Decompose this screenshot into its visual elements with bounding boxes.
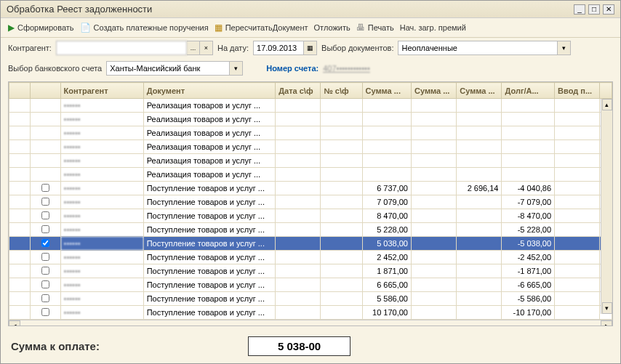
col-contractor[interactable]: Контрагент: [60, 83, 143, 99]
table-row[interactable]: ••••••Поступление товаров и услуг ...5 2…: [9, 223, 612, 237]
scroll-left-button[interactable]: ◂: [9, 320, 20, 326]
row-checkbox-cell[interactable]: [31, 237, 61, 251]
row-checkbox-cell[interactable]: [31, 195, 61, 209]
scroll-right-button[interactable]: ▸: [601, 320, 612, 326]
table-row[interactable]: ••••••Реализация товаров и услуг ...: [9, 168, 612, 182]
row-checkbox-cell[interactable]: [31, 154, 61, 168]
data-grid: Контрагент Документ Дата с\ф № с\ф Сумма…: [8, 81, 613, 326]
row-checkbox[interactable]: [41, 294, 49, 302]
table-row[interactable]: ••••••Поступление товаров и услуг ...5 5…: [9, 292, 612, 306]
row-checkbox-cell[interactable]: [31, 209, 61, 223]
minimize-button[interactable]: _: [574, 4, 585, 15]
row-debt: -4 040,86: [502, 182, 555, 195]
table-row[interactable]: ••••••Поступление товаров и услуг ...1 8…: [9, 264, 612, 278]
row-checkbox-cell[interactable]: [31, 168, 61, 182]
col-date[interactable]: Дата с\ф: [276, 83, 321, 99]
table-row[interactable]: ••••••Поступление товаров и услуг ...2 4…: [9, 251, 612, 264]
row-sum2: [411, 209, 456, 223]
table-row[interactable]: ••••••Поступление товаров и услуг ...10 …: [9, 306, 612, 320]
row-checkbox[interactable]: [41, 239, 49, 247]
table-row[interactable]: ••••••Поступление товаров и услуг ...6 6…: [9, 278, 612, 292]
row-checkbox[interactable]: [41, 253, 49, 261]
row-checkbox[interactable]: [41, 211, 49, 219]
premiums-button[interactable]: Нач. загр. премий: [400, 23, 466, 32]
row-checkbox[interactable]: [41, 267, 49, 275]
row-checkbox-cell[interactable]: [31, 306, 61, 320]
create-payments-button[interactable]: 📄 Создать платежные поручения: [80, 23, 209, 33]
row-marker: [9, 223, 31, 237]
table-row[interactable]: ••••••Реализация товаров и услуг ...: [9, 113, 612, 126]
row-input: [555, 126, 600, 140]
row-document: Поступление товаров и услуг ...: [143, 223, 276, 237]
col-check[interactable]: [31, 83, 61, 99]
bank-dropdown-button[interactable]: ▾: [230, 61, 243, 76]
date-input[interactable]: [253, 41, 304, 55]
doc-selection-dropdown-button[interactable]: ▾: [558, 41, 571, 55]
row-checkbox[interactable]: [41, 308, 49, 316]
row-sum1: 5 038,00: [362, 237, 411, 251]
row-sum2: [411, 264, 456, 278]
table-row[interactable]: ••••••Реализация товаров и услуг ...: [9, 154, 612, 168]
col-marker[interactable]: [9, 83, 31, 99]
row-sum2: [411, 292, 456, 306]
row-checkbox-cell[interactable]: [31, 251, 61, 264]
table-row[interactable]: ••••••Поступление товаров и услуг ...6 7…: [9, 182, 612, 195]
table-row[interactable]: ••••••Поступление товаров и услуг ...7 0…: [9, 195, 612, 209]
scroll-up-button[interactable]: ▴: [602, 99, 612, 110]
close-button[interactable]: ✕: [603, 4, 614, 15]
postpone-button[interactable]: Отложить: [314, 23, 350, 32]
row-document: Поступление товаров и услуг ...: [143, 264, 276, 278]
row-checkbox[interactable]: [41, 225, 49, 233]
row-sum3: [457, 154, 502, 168]
contractor-clear-button[interactable]: ×: [200, 41, 213, 55]
row-checkbox-cell[interactable]: [31, 264, 61, 278]
document-icon: 📄: [80, 23, 91, 33]
row-number: [321, 154, 362, 168]
col-document[interactable]: Документ: [143, 83, 276, 99]
col-sum1[interactable]: Сумма ...: [362, 83, 411, 99]
row-checkbox-cell[interactable]: [31, 113, 61, 126]
col-input[interactable]: Ввод п...: [555, 83, 600, 99]
table-row[interactable]: ••••••Реализация товаров и услуг ...: [9, 126, 612, 140]
account-link[interactable]: 407••••••••••••: [323, 64, 370, 73]
row-document: Реализация товаров и услуг ...: [143, 126, 276, 140]
recalc-button[interactable]: ▦ ПересчитатьДокумент: [215, 23, 308, 33]
row-checkbox-cell[interactable]: [31, 140, 61, 154]
row-checkbox-cell[interactable]: [31, 182, 61, 195]
table-row[interactable]: ••••••Поступление товаров и услуг ...8 4…: [9, 209, 612, 223]
form-button[interactable]: ▶ Сформировать: [8, 23, 74, 33]
col-sum3[interactable]: Сумма ...: [457, 83, 502, 99]
table-row[interactable]: ••••••Поступление товаров и услуг ...5 0…: [9, 237, 612, 251]
vertical-scrollbar[interactable]: ▴ ▾: [601, 99, 612, 314]
row-checkbox[interactable]: [41, 184, 49, 192]
table-row[interactable]: ••••••Реализация товаров и услуг ...: [9, 99, 612, 113]
date-picker-button[interactable]: ▦: [304, 41, 317, 55]
horizontal-scrollbar[interactable]: ◂ ▸: [9, 320, 612, 326]
contractor-select-button[interactable]: ...: [187, 41, 200, 55]
doc-selection-input[interactable]: [398, 41, 558, 55]
scroll-track[interactable]: [20, 320, 601, 326]
scroll-down-button[interactable]: ▾: [602, 302, 612, 314]
row-debt: [502, 168, 555, 182]
row-checkbox[interactable]: [41, 280, 49, 288]
contractor-input[interactable]: [56, 41, 187, 55]
row-checkbox[interactable]: [41, 198, 49, 206]
row-checkbox-cell[interactable]: [31, 223, 61, 237]
table-row[interactable]: ••••••Реализация товаров и услуг ...: [9, 140, 612, 154]
row-checkbox-cell[interactable]: [31, 99, 61, 113]
row-contractor: ••••••: [60, 237, 143, 251]
row-checkbox-cell[interactable]: [31, 126, 61, 140]
row-checkbox-cell[interactable]: [31, 292, 61, 306]
maximize-button[interactable]: □: [588, 4, 600, 15]
bank-input[interactable]: [106, 61, 230, 76]
col-sum2[interactable]: Сумма ...: [411, 83, 456, 99]
row-document: Поступление товаров и услуг ...: [143, 251, 276, 264]
row-contractor: ••••••: [60, 182, 143, 195]
row-marker: [9, 168, 31, 182]
row-checkbox-cell[interactable]: [31, 278, 61, 292]
print-button[interactable]: 🖶 Печать: [356, 23, 394, 33]
total-label: Сумма к оплате:: [11, 340, 100, 352]
col-number[interactable]: № с\ф: [321, 83, 362, 99]
col-debt[interactable]: Долг/А...: [502, 83, 555, 99]
row-document: Поступление товаров и услуг ...: [143, 182, 276, 195]
